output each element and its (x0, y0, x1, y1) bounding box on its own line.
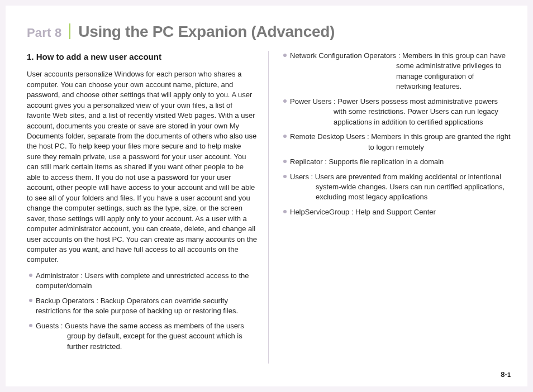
list-item: Users : Users are prevented from making … (281, 172, 511, 203)
item-label: HelpServiceGroup : (290, 208, 353, 216)
item-label: Users : (290, 173, 313, 181)
list-item: Guests : Guests have the same access as … (27, 321, 257, 352)
section-heading: 1. How to add a new user account (27, 51, 257, 63)
item-desc: Members in this group can have some admi… (396, 51, 506, 90)
header-divider (69, 23, 70, 39)
item-desc: Supports file replication in a domain (329, 157, 444, 166)
chapter-number: 8- (501, 370, 507, 379)
list-item: HelpServiceGroup : Help and Support Cent… (281, 207, 511, 217)
item-desc: Members in this group are granted the ri… (368, 132, 511, 151)
item-desc: Help and Support Center (355, 208, 436, 216)
right-column: Network Configuration Operators : Member… (269, 51, 511, 364)
item-label: Network Configuration Operators : (290, 51, 400, 60)
item-label: Administrator : (36, 271, 83, 280)
list-item: Power Users : Power Users possess most a… (281, 97, 511, 127)
item-desc: Guests have the same access as members o… (65, 322, 244, 351)
item-label: Replicator : (290, 157, 327, 166)
content-columns: 1. How to add a new user account User ac… (27, 51, 511, 364)
item-label: Power Users : (290, 97, 336, 106)
document-page: Part 8 Using the PC Expanion (Advanced) … (6, 6, 527, 386)
page-header: Part 8 Using the PC Expanion (Advanced) (27, 21, 511, 41)
item-label: Guests : (36, 322, 63, 330)
item-label: Backup Operators : (36, 297, 98, 305)
list-item: Replicator : Supports file replication i… (281, 157, 511, 167)
left-column: 1. How to add a new user account User ac… (27, 51, 269, 364)
page-number: 8-1 (501, 370, 511, 379)
section-body: User accounts personalize Windows for ea… (27, 69, 257, 265)
page-title: Using the PC Expanion (Advanced) (78, 23, 335, 41)
part-label: Part 8 (27, 26, 61, 40)
list-item: Remote Desktop Users : Members in this g… (281, 132, 511, 152)
item-desc: Power Users possess most administrative … (334, 97, 498, 126)
item-desc: Users are prevented from making accident… (315, 173, 505, 202)
list-item: Administrator : Users with complete and … (27, 271, 257, 291)
list-item: Backup Operators : Backup Operators can … (27, 296, 257, 317)
list-item: Network Configuration Operators : Member… (281, 51, 511, 92)
page-index: 1 (507, 371, 511, 378)
item-label: Remote Desktop Users : (290, 132, 369, 141)
